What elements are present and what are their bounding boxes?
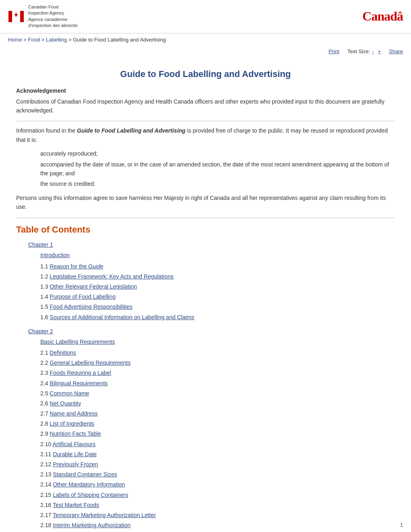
toc-1-4-link[interactable]: Purpose of Food Labelling — [50, 293, 115, 300]
text-size-label: Text Size: — [347, 48, 370, 54]
toc-2-2-link[interactable]: General Labelling Requirements — [50, 360, 131, 366]
agency-name-fr: Agence canadienne d'inspection des alime… — [28, 17, 78, 29]
toc-1-5-link[interactable]: Food Advertising Responsibilities — [50, 303, 132, 310]
breadcrumb: Home > Food > Labelling > Guide to Food … — [0, 33, 411, 46]
toc-2-15-num: 2.15 — [40, 492, 53, 498]
info-intro: Information found in the Guide to Food L… — [16, 126, 395, 144]
breadcrumb-home[interactable]: Home — [8, 37, 22, 43]
svg-rect-3 — [20, 11, 24, 22]
toc-2-9-link[interactable]: Nutrition Facts Table — [50, 430, 101, 437]
acknowledgement-heading: Acknowledgement — [16, 87, 395, 94]
toc-2-13-link[interactable]: Standard Container Sizes — [53, 471, 117, 478]
condition-1: accurately reproduced; — [40, 149, 395, 158]
toc-chapter-1: Chapter 1 — [28, 241, 395, 248]
site-header: Canadian Food Inspection Agency Agence c… — [0, 0, 411, 33]
toc-2-2-num: 2.2 — [40, 360, 50, 366]
toc-intro-link[interactable]: Introduction — [40, 250, 395, 260]
print-link[interactable]: Print — [328, 48, 339, 54]
toc-2-18-num: 2.18 — [40, 522, 53, 528]
divider-1 — [16, 121, 395, 121]
toc-2-7-num: 2.7 — [40, 410, 50, 417]
breadcrumb-labelling[interactable]: Labelling — [46, 37, 67, 43]
toc-2-14-num: 2.14 — [40, 481, 53, 488]
toc-2-12-link[interactable]: Previously Frozen — [53, 461, 98, 468]
toc-2-16-num: 2.16 — [40, 502, 53, 508]
toc-2-18-link[interactable]: Interim Marketing Authorization — [53, 522, 131, 528]
toc-1-4-num: 1.4 — [40, 293, 50, 300]
toc-2-6-num: 2.6 — [40, 400, 50, 407]
toc-2-3-num: 2.3 — [40, 370, 50, 376]
canada-wordmark: Canadâ — [362, 9, 403, 24]
toc-chapter-1-items: Introduction 1.1 Reason for the Guide 1.… — [40, 250, 395, 322]
divider-2 — [16, 218, 395, 218]
page-title: Guide to Food Labelling and Advertising — [16, 69, 395, 79]
toc-2-8-link[interactable]: List of Ingredients — [50, 420, 94, 427]
toc-2-5-link[interactable]: Common Name — [50, 390, 89, 397]
toc-1-1-link[interactable]: Reason for the Guide — [50, 263, 103, 270]
toc-chapter-2-items: Basic Labelling Requirements 2.1 Definit… — [40, 337, 395, 532]
toc-2-11-num: 2.11 — [40, 451, 53, 457]
toc-2-6-link[interactable]: Net Quantity — [50, 400, 81, 407]
toc-2-15-link[interactable]: Labels of Shipping Containers — [53, 492, 128, 498]
breadcrumb-sep-3: > — [68, 37, 73, 43]
toc-1-6-num: 1.6 — [40, 314, 50, 320]
reproduction-conditions: accurately reproduced; accompanied by th… — [40, 149, 395, 189]
toc-2-1-link[interactable]: Definitions — [50, 349, 76, 356]
page-number: 1 — [400, 522, 403, 528]
breadcrumb-sep-2: > — [42, 37, 46, 43]
toc-2-5-num: 2.5 — [40, 390, 50, 397]
toc-2-13-num: 2.13 — [40, 471, 53, 478]
toc-2-4-link[interactable]: Bilingual Requirements — [50, 380, 108, 387]
agency-name: Canadian Food Inspection Agency Agence c… — [28, 4, 78, 29]
acknowledgement-text: Contributions of Canadian Food Inspectio… — [16, 97, 395, 115]
main-content: Guide to Food Labelling and Advertising … — [0, 57, 411, 532]
share-link[interactable]: Share — [389, 48, 403, 54]
chapter-2-link[interactable]: Chapter 2 — [28, 328, 53, 335]
breadcrumb-current: Guide to Food Labelling and Advertising — [73, 37, 166, 43]
agency-logo-area: Canadian Food Inspection Agency Agence c… — [8, 4, 78, 29]
toc-2-1-num: 2.1 — [40, 349, 50, 356]
toc-2-10-num: 2.10 — [40, 441, 52, 447]
svg-rect-0 — [8, 11, 12, 22]
text-increase-button[interactable]: + — [378, 48, 381, 54]
toc-2-7-link[interactable]: Name and Address — [50, 410, 98, 417]
toc-2-12-num: 2.12 — [40, 461, 53, 468]
condition-2: accompanied by the date of issue, or in … — [40, 160, 395, 178]
harmless-text: Persons using this information agree to … — [16, 193, 395, 212]
toc-chapter-2: Chapter 2 — [28, 328, 395, 335]
toc-2-11-link[interactable]: Durable Life Date — [53, 451, 97, 457]
chapter-1-link[interactable]: Chapter 1 — [28, 241, 53, 248]
toc-title: Table of Contents — [16, 224, 395, 235]
text-decrease-button[interactable]: - — [372, 48, 374, 54]
breadcrumb-food[interactable]: Food — [28, 37, 40, 43]
toolbar: Print Text Size: - + Share — [0, 46, 411, 57]
toc-2-16-link[interactable]: Test Market Foods — [53, 502, 99, 508]
flag-icon — [8, 10, 24, 23]
breadcrumb-sep-1: > — [23, 37, 28, 43]
toc-1-5-num: 1.5 — [40, 303, 50, 310]
text-size-control: Text Size: - + — [347, 48, 381, 54]
toc-2-17-num: 2.17 — [40, 512, 53, 518]
toc-1-3-link[interactable]: Other Relevant Federal Legislation — [50, 283, 137, 290]
toc-2-3-link[interactable]: Foods Requiring a Label — [50, 370, 111, 376]
agency-name-en: Canadian Food Inspection Agency — [28, 4, 78, 17]
condition-3: the source is credited. — [40, 179, 395, 188]
toc-2-4-num: 2.4 — [40, 380, 50, 387]
toc-2-9-num: 2.9 — [40, 430, 50, 437]
toc-1-2-num: 1.2 — [40, 273, 50, 280]
guide-title: Guide to Food Labelling and Advertising — [77, 127, 185, 134]
toc-2-14-link[interactable]: Other Mandatory Information — [53, 481, 125, 488]
toc-1-1-num: 1.1 — [40, 263, 50, 270]
toc-1-6-link[interactable]: Sources of Additional Information on Lab… — [50, 314, 194, 320]
toc-2-10-link[interactable]: Artificial Flavours — [52, 441, 95, 447]
toc-2-8-num: 2.8 — [40, 420, 50, 427]
toc-1-3-num: 1.3 — [40, 283, 50, 290]
toc-1-2-link[interactable]: Legislative Framework: Key Acts and Regu… — [50, 273, 173, 280]
toc-2-17-link[interactable]: Temporary Marketing Authorization Letter — [53, 512, 156, 518]
info-intro-text: Information found in the — [16, 127, 77, 134]
toc-basic-labelling-link[interactable]: Basic Labelling Requirements — [40, 337, 395, 347]
